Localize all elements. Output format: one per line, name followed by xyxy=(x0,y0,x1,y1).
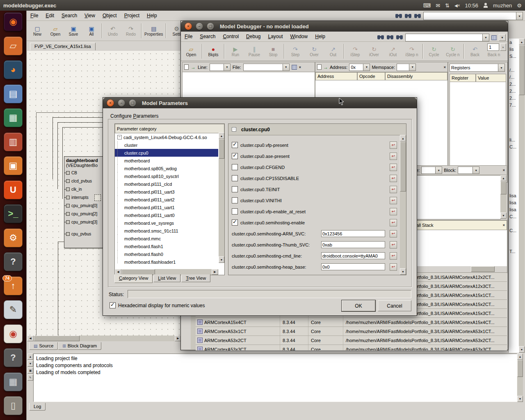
layout-grid-icon[interactable] xyxy=(491,35,497,40)
debugger-toolbar-button[interactable]: ↻ iOver xyxy=(365,45,383,58)
files-icon[interactable]: ▱ xyxy=(4,37,23,55)
tree-item[interactable]: − motherboard.smsc_91c111 xyxy=(115,227,218,235)
tree-item[interactable]: − motherboard.pl011_uart0 xyxy=(115,211,218,219)
canvas-toolbar-button[interactable]: ▱ Open xyxy=(46,25,64,37)
callstack-header[interactable]: all Stack × xyxy=(414,220,507,230)
scroll-thumb[interactable] xyxy=(219,139,224,159)
scroll-left-icon[interactable]: ◀ xyxy=(115,269,121,275)
debugger-toolbar-button[interactable]: ↻ Cycle xyxy=(425,44,443,59)
terminal-icon[interactable]: >_ xyxy=(4,204,23,223)
scroll-thumb[interactable] xyxy=(400,142,406,192)
category-list-header[interactable]: Parameter category xyxy=(115,124,224,133)
parameter-checkbox[interactable] xyxy=(232,219,238,226)
debugger-toolbar-button[interactable]: ■ Stop xyxy=(264,45,283,58)
view-mode-tab[interactable]: List View xyxy=(153,274,180,282)
debugger-menu-item[interactable]: Window xyxy=(287,32,312,41)
chevron-down-icon[interactable]: ▼ xyxy=(435,167,442,173)
component-row[interactable]: ARMCortexA15x4CT 8.3.44 Core /home/muzhe… xyxy=(196,318,507,327)
block-port[interactable]: clk_in xyxy=(68,185,104,193)
column-header-disassembly[interactable]: Disassembly xyxy=(385,72,447,80)
canvas-menu-item[interactable]: Search xyxy=(58,11,81,20)
parameter-value-input[interactable] xyxy=(321,230,385,237)
reset-default-button[interactable]: ↩ xyxy=(390,197,397,204)
find-icon[interactable] xyxy=(377,35,384,40)
column-header-opcode[interactable]: Opcode xyxy=(357,72,385,80)
scroll-up-icon[interactable]: ▲ xyxy=(400,135,406,142)
sync-arrows-icon[interactable]: ⇅ xyxy=(445,2,450,9)
close-panel-icon[interactable]: × xyxy=(503,223,505,227)
debugger-toolbar-button[interactable]: ↷ iStep n xyxy=(402,45,421,58)
registers-selector-combobox[interactable]: Registers▼ xyxy=(450,64,505,72)
debugger-menu-item[interactable]: Debug xyxy=(242,32,264,41)
update-manager-icon[interactable]: ↑ 74 xyxy=(4,276,23,295)
block-port[interactable]: cpu_pmuirq[3] xyxy=(68,218,104,226)
debugger-toolbar-button[interactable]: ● Bkpts xyxy=(204,44,223,59)
address-combobox[interactable]: 0x▼ xyxy=(349,64,370,71)
reset-default-button[interactable]: ↩ xyxy=(390,208,397,215)
edit-icon[interactable]: ✎ xyxy=(4,300,23,319)
memory-view[interactable] xyxy=(414,175,501,219)
log-down-icon[interactable]: ▼ xyxy=(27,361,33,367)
scroll-right-icon[interactable]: ▶ xyxy=(212,269,218,275)
block-port[interactable]: cpu_pmuirq[2] xyxy=(68,210,104,218)
tree-item[interactable]: − motherboard.sp810_sysctrl xyxy=(115,172,218,180)
parameter-checkbox[interactable] xyxy=(232,208,238,215)
canvas-menu-item[interactable]: Project xyxy=(121,11,143,20)
close-icon[interactable]: × xyxy=(107,99,114,107)
table-icon[interactable] xyxy=(292,65,297,70)
close-panel-icon[interactable]: × xyxy=(503,168,505,172)
view-tab[interactable]: ⊞ Block Diagram xyxy=(58,342,101,350)
parameter-checkbox[interactable] xyxy=(232,186,238,192)
scroll-thumb[interactable] xyxy=(34,336,80,341)
column-header-value[interactable]: Value xyxy=(476,74,506,82)
trash-icon[interactable]: ▯ xyxy=(4,396,23,415)
workspace-icon[interactable]: ▦ xyxy=(4,372,23,391)
block-port[interactable]: clcd_pvbus xyxy=(68,177,104,185)
debugger-toolbar-button[interactable]: ↗ iOut xyxy=(383,45,402,58)
media-icon[interactable]: ◉ xyxy=(4,324,23,343)
chevron-down-icon[interactable]: ▼ xyxy=(363,64,370,71)
user-name[interactable]: muzhen xyxy=(493,2,512,9)
callstack-hscroll-thumb[interactable] xyxy=(471,266,495,272)
chevron-down-icon[interactable]: ▼ xyxy=(224,64,230,71)
chevron-down-icon[interactable]: ▼ xyxy=(516,12,523,20)
canvas-menu-item[interactable]: Edit xyxy=(42,11,58,20)
canvas-menu-item[interactable]: File xyxy=(27,11,42,20)
scroll-down-icon[interactable]: ▼ xyxy=(500,212,507,219)
block-combobox[interactable]: ▼ xyxy=(458,167,479,174)
memspace-combobox[interactable]: ▼ xyxy=(397,64,416,71)
reset-default-button[interactable]: ↩ xyxy=(390,263,397,271)
system-settings-icon[interactable]: ⚙ xyxy=(4,228,23,247)
daughterboard-block[interactable]: daughterboard (VEDaughterBo CB clcd_pvbu… xyxy=(64,156,104,248)
cancel-button[interactable]: Cancel xyxy=(378,300,411,311)
debugger-toolbar-button[interactable]: ↻ Cycle n xyxy=(443,45,462,58)
chevron-down-icon[interactable]: ▼ xyxy=(499,34,506,41)
canvas-menu-item[interactable]: View xyxy=(81,11,99,20)
parameter-checkbox[interactable] xyxy=(232,153,238,159)
debugger-toolbar-button[interactable]: ▱ Open xyxy=(182,45,201,58)
hexadecimal-checkbox[interactable] xyxy=(110,302,116,308)
clock[interactable]: 10:56 xyxy=(465,2,479,9)
view-tab[interactable]: ▤ Source xyxy=(29,342,58,350)
goto-arrow-icon[interactable]: → xyxy=(191,64,196,70)
scroll-down-icon[interactable]: ▼ xyxy=(519,346,525,353)
debugger-toolbar-button[interactable]: ↶ Back xyxy=(466,44,484,59)
canvas-toolbar-button[interactable]: ▣ All xyxy=(82,25,100,37)
main-vscrollbar[interactable]: ▲ ▼ xyxy=(519,39,525,353)
volume-muted-icon[interactable]: ◀× xyxy=(454,3,460,8)
scroll-up-icon[interactable]: ▲ xyxy=(500,175,507,181)
software-center-icon[interactable]: ▣ xyxy=(4,156,23,175)
reset-default-button[interactable]: ↩ xyxy=(390,230,397,237)
maximize-icon[interactable]: ▢ xyxy=(129,99,136,107)
debugger-menu-item[interactable]: File xyxy=(181,32,196,41)
chevron-down-icon[interactable]: ▼ xyxy=(409,64,415,71)
editor-vscrollbar[interactable]: ▲ ▼ xyxy=(400,135,406,275)
parameter-value-input[interactable] xyxy=(321,263,385,270)
scroll-up-icon[interactable]: ▲ xyxy=(519,39,525,45)
view-mode-tab[interactable]: Tree View xyxy=(181,274,210,282)
tree-item[interactable]: − motherboard.pl011_uart1 xyxy=(115,203,218,211)
component-row[interactable]: ARMCortexA53x2CT 8.3.44 Core /home/muzhe… xyxy=(196,336,507,345)
memory-vscrollbar[interactable]: ▲ ▼ xyxy=(500,175,507,219)
firefox-icon[interactable]: ◕ xyxy=(4,60,23,79)
parameter-checkbox[interactable] xyxy=(232,197,238,203)
